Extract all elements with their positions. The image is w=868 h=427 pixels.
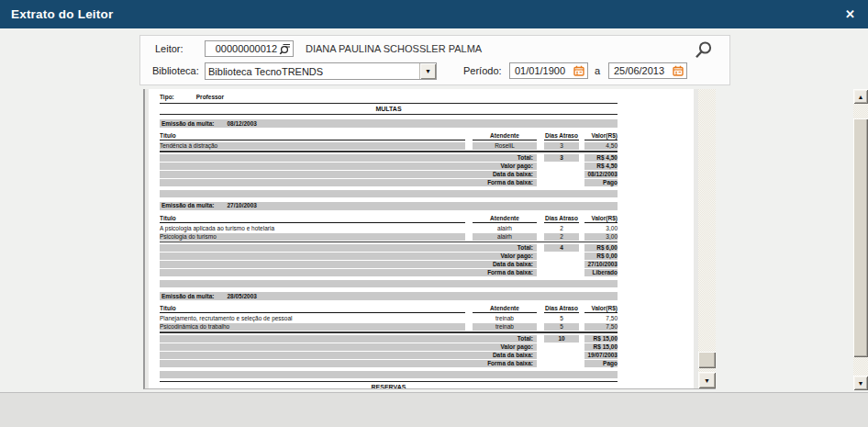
filter-panel: Leitor: 00000000012 DIANA PAULINA SCHOSS… bbox=[139, 35, 730, 85]
emissao-band: Emissão da multa: 28/05/2003 bbox=[160, 292, 618, 300]
total-label: Total: bbox=[160, 244, 537, 252]
cell-titulo: A psicologia aplicada ao turismo e hotel… bbox=[160, 225, 465, 232]
multas-section-title: MULTAS bbox=[160, 103, 618, 115]
chevron-down-icon[interactable]: ▼ bbox=[419, 63, 436, 79]
col-titulo: Título bbox=[160, 215, 465, 223]
periodo-start-input[interactable]: 01/01/1900 bbox=[509, 62, 588, 79]
total-valor: R$ 4,50 bbox=[584, 154, 618, 162]
total-valor: R$ 15,00 bbox=[584, 335, 618, 343]
col-valor: Valor(R$) bbox=[584, 215, 618, 223]
close-icon[interactable]: ✕ bbox=[845, 8, 855, 20]
summary-row-data-baixa: Data da baixa: 08/12/2003 bbox=[160, 171, 618, 178]
scroll-down-icon[interactable]: ▼ bbox=[853, 376, 868, 390]
forma-baixa-label: Forma da baixa: bbox=[160, 179, 537, 186]
col-titulo: Título bbox=[160, 132, 465, 140]
data-baixa-value: 27/10/2003 bbox=[584, 261, 618, 268]
periodo-separator: a bbox=[595, 65, 600, 76]
valor-pago-label: Valor pago: bbox=[160, 343, 537, 351]
col-valor: Valor(R$) bbox=[584, 132, 618, 140]
section-spacer-band bbox=[160, 371, 618, 378]
multas-row: Tendência à distração RoseliL 3 4,50 bbox=[160, 142, 618, 150]
multas-header-row: Título Atendente Dias Atraso Valor(R$) bbox=[160, 215, 618, 223]
forma-baixa-value: Pago bbox=[584, 360, 618, 367]
search-record-icon[interactable] bbox=[279, 43, 291, 55]
tipo-label: Tipo: bbox=[160, 94, 174, 101]
report-page: Tipo: Professor MULTAS Emissão da multa:… bbox=[149, 89, 694, 388]
cell-atendente: RoseliL bbox=[473, 142, 537, 150]
data-baixa-value: 08/12/2003 bbox=[584, 171, 618, 178]
col-dias-atraso: Dias Atraso bbox=[544, 215, 579, 223]
multas-row: Psicodinâmica do trabalho treinab 5 7,50 bbox=[160, 323, 618, 331]
biblioteca-selected-value: Biblioteca TecnoTRENDS bbox=[206, 66, 419, 77]
total-dias: 4 bbox=[544, 244, 579, 252]
summary-row-data-baixa: Data da baixa: 19/07/2003 bbox=[160, 352, 618, 359]
forma-baixa-value: Liberado bbox=[584, 269, 618, 276]
col-valor: Valor(R$) bbox=[584, 305, 618, 313]
cell-titulo: Psicologia do turismo bbox=[160, 233, 465, 241]
periodo-end-value: 25/06/2013 bbox=[614, 65, 664, 76]
section-spacer-band bbox=[160, 280, 618, 287]
scrollbar-thumb[interactable] bbox=[853, 118, 868, 357]
periodo-end-input[interactable]: 25/06/2013 bbox=[608, 62, 687, 79]
cell-dias: 2 bbox=[544, 233, 579, 241]
cell-dias: 2 bbox=[544, 225, 579, 232]
summary-row-total: Total: 3 R$ 4,50 bbox=[160, 154, 618, 162]
summary-row-total: Total: 4 R$ 6,00 bbox=[160, 244, 618, 252]
cell-valor: 7,50 bbox=[584, 323, 618, 331]
report-tipo-row: Tipo: Professor bbox=[160, 94, 618, 101]
leitor-code-value: 00000000012 bbox=[216, 43, 277, 54]
cell-atendente: treinab bbox=[473, 315, 537, 322]
col-dias-atraso: Dias Atraso bbox=[544, 305, 579, 313]
tipo-value: Professor bbox=[196, 94, 224, 101]
calendar-icon[interactable] bbox=[673, 65, 684, 76]
cell-titulo: Planejamento, recrutamento e seleção de … bbox=[160, 315, 465, 322]
data-baixa-label: Data da baixa: bbox=[160, 261, 537, 268]
summary-row-forma-baixa: Forma da baixa: Pago bbox=[160, 179, 618, 186]
reservas-section-title: RESERVAS bbox=[160, 381, 618, 389]
cell-atendente: treinab bbox=[473, 323, 537, 331]
multas-row: A psicologia aplicada ao turismo e hotel… bbox=[160, 225, 618, 232]
total-dias: 10 bbox=[544, 335, 579, 343]
forma-baixa-label: Forma da baixa: bbox=[160, 360, 537, 367]
scrollbar-thumb[interactable] bbox=[698, 352, 716, 368]
cell-dias: 5 bbox=[544, 315, 579, 322]
scroll-up-icon[interactable]: ▲ bbox=[853, 89, 868, 104]
calendar-icon[interactable] bbox=[573, 65, 584, 76]
col-titulo: Título bbox=[160, 305, 465, 313]
total-label: Total: bbox=[160, 335, 537, 343]
divider-line bbox=[160, 151, 618, 152]
multas-row: Psicologia do turismo alairh 2 3,00 bbox=[160, 233, 618, 241]
biblioteca-select[interactable]: Biblioteca TecnoTRENDS ▼ bbox=[205, 62, 437, 80]
search-icon[interactable] bbox=[694, 40, 713, 60]
emissao-label: Emissão da multa: bbox=[161, 202, 214, 209]
dialog-titlebar: Extrato do Leitor ✕ bbox=[0, 0, 868, 28]
divider-line bbox=[160, 331, 618, 333]
section-spacer-band bbox=[160, 190, 618, 197]
valor-pago-value: R$ 4,50 bbox=[584, 163, 618, 170]
cell-dias: 5 bbox=[544, 323, 579, 331]
summary-row-forma-baixa: Forma da baixa: Liberado bbox=[160, 269, 618, 276]
cell-titulo: Psicodinâmica do trabalho bbox=[160, 323, 465, 331]
total-dias: 3 bbox=[544, 154, 579, 162]
valor-pago-label: Valor pago: bbox=[160, 253, 537, 260]
periodo-start-value: 01/01/1900 bbox=[515, 65, 565, 76]
leitor-code-input[interactable]: 00000000012 bbox=[205, 40, 294, 57]
emissao-label: Emissão da multa: bbox=[161, 120, 214, 128]
multas-row: Planejamento, recrutamento e seleção de … bbox=[160, 315, 618, 322]
dialog-vertical-scrollbar[interactable]: ▲ ▼ bbox=[853, 89, 868, 390]
emissao-band: Emissão da multa: 08/12/2003 bbox=[160, 119, 618, 128]
leitor-label: Leitor: bbox=[155, 43, 184, 54]
cell-dias: 3 bbox=[544, 142, 579, 150]
scroll-down-icon[interactable]: ▼ bbox=[698, 372, 716, 388]
valor-pago-label: Valor pago: bbox=[160, 163, 537, 170]
cell-valor: 4,50 bbox=[584, 142, 618, 150]
total-valor: R$ 6,00 bbox=[584, 244, 618, 252]
cell-atendente: alairh bbox=[473, 225, 537, 232]
summary-row-data-baixa: Data da baixa: 27/10/2003 bbox=[160, 261, 618, 268]
report-vertical-scrollbar[interactable]: ▼ bbox=[698, 89, 716, 388]
cell-titulo: Tendência à distração bbox=[160, 142, 465, 150]
scrollbar-track[interactable] bbox=[698, 89, 716, 372]
dialog-title: Extrato do Leitor bbox=[11, 7, 113, 21]
cell-valor: 3,00 bbox=[584, 233, 618, 241]
cell-atendente: alairh bbox=[473, 233, 537, 241]
